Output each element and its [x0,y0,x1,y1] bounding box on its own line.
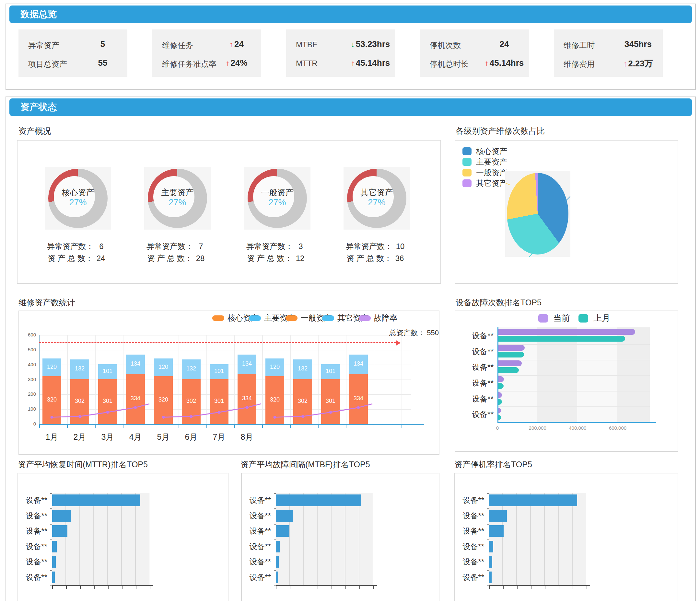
kpi-card: MTBF↓53.23hrsMTTR↑45.14hrs [286,29,395,77]
kpi-value-text: 5 [100,39,105,49]
bar[interactable] [52,541,57,552]
bar[interactable] [276,572,278,583]
donut-percent-label: 27% [144,198,211,208]
legend-swatch [578,314,588,322]
stat-value: 36 [392,252,407,264]
legend-label: 其它资产 [476,178,507,188]
bar-last-month[interactable] [497,336,625,342]
x-axis-tick-label: 0 [475,425,520,431]
bar[interactable] [52,572,55,583]
legend-item[interactable]: 上月 [578,312,610,324]
pie-legend-item[interactable]: 一般资产 [462,168,507,177]
donut-gauge[interactable]: 核心资产27% [45,167,111,230]
kpi-card: 停机次数24停机总时长↑45.14hrs [420,29,529,77]
y-axis-category-label: 设备** [455,331,494,341]
y-axis-ticks [50,493,52,586]
donut-name-label: 其它资产 [344,187,410,198]
kpi-row: 停机总时长↑45.14hrs [430,59,527,70]
bar[interactable] [52,494,140,506]
donut-gauge[interactable]: 其它资产27% [344,167,410,230]
fault-rate-line [19,311,439,454]
bar[interactable] [276,510,293,522]
y-axis-category-label: 设备** [455,572,484,582]
fault-legend: 当前上月 [530,312,610,324]
y-axis-ticks [274,493,276,586]
stat-label: 资 产 总 数： [147,252,193,264]
kpi-row: 维修任务↑24 [162,40,259,51]
repair-assets-panel: 01002003004005006003201201月3021322月30110… [19,311,440,455]
bar[interactable] [489,525,504,537]
stat-line: 资 产 总 数：24 [36,252,120,264]
bar-current[interactable] [497,360,522,366]
trend-up-icon: ↑ [229,40,234,49]
bar[interactable] [489,541,493,552]
x-axis-ticks [489,586,590,589]
kpi-card: 维修工时345hrs维修费用↑2.23万 [554,29,663,77]
mtbf-top5-panel: 设备**设备**设备**设备**设备**设备** [241,473,440,601]
bar[interactable] [52,510,71,522]
downtime-top5-title: 资产停机率排名TOP5 [454,459,532,470]
donut-percent-label: 27% [344,198,410,208]
legend-label: 主要资产 [476,157,507,167]
bar-current[interactable] [497,329,635,335]
repair-share-panel: 核心资产主要资产一般资产其它资产 [455,140,678,284]
bar[interactable] [276,494,361,506]
y-axis-line [497,328,498,422]
y-axis-category-label: 设备** [242,526,271,536]
fault-top5-title: 设备故障次数排名TOP5 [456,297,542,308]
kpi-row: 维修费用↑2.23万 [564,59,661,70]
bar[interactable] [276,541,280,552]
kpi-value: 5 [77,39,129,49]
stat-value: 3 [293,240,308,252]
overview-section: 数据总览 异常资产5项目总资产55维修任务↑24维修任务准点率↑24%MTBF↓… [5,4,696,90]
legend-swatch [538,314,548,322]
legend-label: 故障率 [374,313,397,323]
donut-gauge[interactable]: 主要资产27% [144,167,211,230]
trend-up-icon: ↑ [351,59,356,67]
y-axis-category-label: 设备** [455,526,484,536]
donut-percent-label: 27% [45,198,111,208]
stat-line: 资 产 总 数：36 [335,252,419,264]
kpi-value: ↑24 [211,39,262,49]
bar-last-month[interactable] [497,352,524,358]
pie-legend-item[interactable]: 核心资产 [462,147,507,155]
bar[interactable] [52,556,56,568]
legend-swatch [462,169,472,177]
donut-name-label: 主要资产 [144,187,211,198]
pie-legend-item[interactable]: 主要资产 [462,158,507,166]
bar[interactable] [489,494,577,506]
bar-current[interactable] [497,345,525,351]
bar[interactable] [489,556,492,568]
mttr-top5-panel: 设备**设备**设备**设备**设备**设备** [18,473,228,601]
donut-gauge[interactable]: 一般资产27% [244,167,310,230]
x-axis-tick-label: 400,000 [555,425,600,431]
bar[interactable] [52,525,68,537]
kpi-value: ↑45.14hrs [478,58,530,68]
stat-value: 28 [193,252,208,264]
kpi-row: 维修任务准点率↑24% [162,59,259,70]
stat-line: 异常资产数：6 [36,240,120,252]
bar-last-month[interactable] [497,367,519,373]
pie-legend-item[interactable]: 其它资产 [462,179,507,187]
legend-item[interactable]: 当前 [538,312,570,324]
kpi-value: ↑45.14hrs [345,58,396,68]
fault-plot-area [497,328,650,422]
bar-current[interactable] [497,376,504,382]
y-axis-category-label: 设备** [455,409,494,420]
y-axis-category-label: 设备** [18,557,47,567]
y-axis-category-label: 设备** [242,572,271,582]
y-axis-category-label: 设备** [18,511,47,521]
bar[interactable] [276,525,290,537]
kpi-value-text: 2.23万 [628,59,653,68]
stat-value: 6 [94,240,109,252]
legend-swatch [249,315,261,321]
stat-line: 异常资产数：7 [135,240,220,252]
bar[interactable] [276,556,279,568]
bar[interactable] [489,572,492,583]
bar[interactable] [489,510,507,522]
mtbf-top5-title: 资产平均故障间隔(MTBF)排名TOP5 [241,459,370,470]
x-axis-ticks [52,586,153,589]
kpi-value-text: 24 [500,39,509,49]
y-axis-category-label: 设备** [455,557,484,567]
stat-label: 异常资产数： [147,240,193,252]
